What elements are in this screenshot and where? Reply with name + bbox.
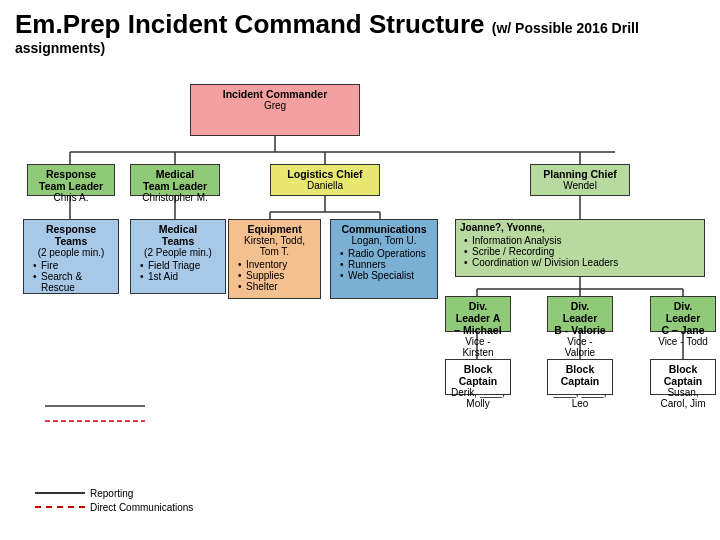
dlb-title: Div. LeaderB - Valorie xyxy=(553,300,607,336)
div-leader-a-box: Div. Leader A– Michael Vice - Kirsten xyxy=(445,296,511,332)
bcc-title: Block Captain xyxy=(656,363,710,387)
block-captain-a-box: Block Captain Derik, ____, Molly xyxy=(445,359,511,395)
mt-list: Field Triage 1st Aid xyxy=(136,258,220,284)
direct-label: Direct Communications xyxy=(90,502,193,513)
communications-box: Communications Logan, Tom U. Radio Opera… xyxy=(330,219,438,299)
eq-list: Inventory Supplies Shelter xyxy=(234,257,315,294)
dashed-line-icon xyxy=(35,506,85,508)
eq-title: Equipment xyxy=(234,223,315,235)
main-title: Em.Prep Incident Command Structure xyxy=(15,9,492,39)
response-teams-box: ResponseTeams (2 people min.) Fire Searc… xyxy=(23,219,119,294)
logistics-chief-box: Logistics Chief Daniella xyxy=(270,164,380,196)
dlc-title: Div. LeaderC – Jane xyxy=(656,300,710,336)
ic-title: Incident Commander xyxy=(196,88,354,100)
lc-name: Daniella xyxy=(276,180,374,191)
lc-title: Logistics Chief xyxy=(276,168,374,180)
planning-sub-box: Joanne?, Yvonne, Information Analysis Sc… xyxy=(455,219,705,277)
reporting-label: Reporting xyxy=(90,488,133,499)
dla-vice: Vice - Kirsten xyxy=(451,336,505,358)
planning-chief-box: Planning Chief Wendel xyxy=(530,164,630,196)
eq-name: Kirsten, Todd,Tom T. xyxy=(234,235,315,257)
pc-title: Planning Chief xyxy=(536,168,624,180)
ps-list: Information Analysis Scribe / Recording … xyxy=(460,233,700,270)
pc-name: Wendel xyxy=(536,180,624,191)
mtl-title: MedicalTeam Leader xyxy=(136,168,214,192)
reporting-legend: Reporting xyxy=(35,488,193,499)
solid-line-icon xyxy=(35,492,85,494)
rt-sub: (2 people min.) xyxy=(29,247,113,258)
rt-title: ResponseTeams xyxy=(29,223,113,247)
bca-name: Derik, ____, Molly xyxy=(451,387,505,409)
block-captain-b-box: Block Captain ____, ____, Leo xyxy=(547,359,613,395)
dlb-vice: Vice - Valorie xyxy=(553,336,607,358)
bcb-title: Block Captain xyxy=(553,363,607,387)
title-area: Em.Prep Incident Command Structure (w/ P… xyxy=(15,10,705,56)
mt-sub: (2 People min.) xyxy=(136,247,220,258)
rtl-title: ResponseTeam Leader xyxy=(33,168,109,192)
dlc-vice: Vice - Todd xyxy=(656,336,710,347)
direct-legend: Direct Communications xyxy=(35,502,193,513)
bcb-name: ____, ____, Leo xyxy=(553,387,607,409)
incident-commander-box: Incident Commander Greg xyxy=(190,84,360,136)
rtl-name: Chris A. xyxy=(33,192,109,203)
ps-name: Joanne?, Yvonne, xyxy=(460,222,700,233)
mt-title: MedicalTeams xyxy=(136,223,220,247)
response-team-leader-box: ResponseTeam Leader Chris A. xyxy=(27,164,115,196)
bca-title: Block Captain xyxy=(451,363,505,387)
bcc-name: Susan, Carol, Jim xyxy=(656,387,710,409)
medical-teams-box: MedicalTeams (2 People min.) Field Triag… xyxy=(130,219,226,294)
legend: Reporting Direct Communications xyxy=(35,488,193,516)
block-captain-c-box: Block Captain Susan, Carol, Jim xyxy=(650,359,716,395)
mtl-name: Christopher M. xyxy=(136,192,214,203)
comm-name: Logan, Tom U. xyxy=(336,235,432,246)
dla-title: Div. Leader A– Michael xyxy=(451,300,505,336)
comm-list: Radio Operations Runners Web Specialist xyxy=(336,246,432,283)
page: Em.Prep Incident Command Structure (w/ P… xyxy=(0,0,720,540)
div-leader-c-box: Div. LeaderC – Jane Vice - Todd xyxy=(650,296,716,332)
rt-list: Fire Search & Rescue xyxy=(29,258,113,295)
ic-name: Greg xyxy=(196,100,354,111)
div-leader-b-box: Div. LeaderB - Valorie Vice - Valorie xyxy=(547,296,613,332)
org-chart: Incident Commander Greg ResponseTeam Lea… xyxy=(15,64,705,524)
medical-team-leader-box: MedicalTeam Leader Christopher M. xyxy=(130,164,220,196)
comm-title: Communications xyxy=(336,223,432,235)
equipment-box: Equipment Kirsten, Todd,Tom T. Inventory… xyxy=(228,219,321,299)
